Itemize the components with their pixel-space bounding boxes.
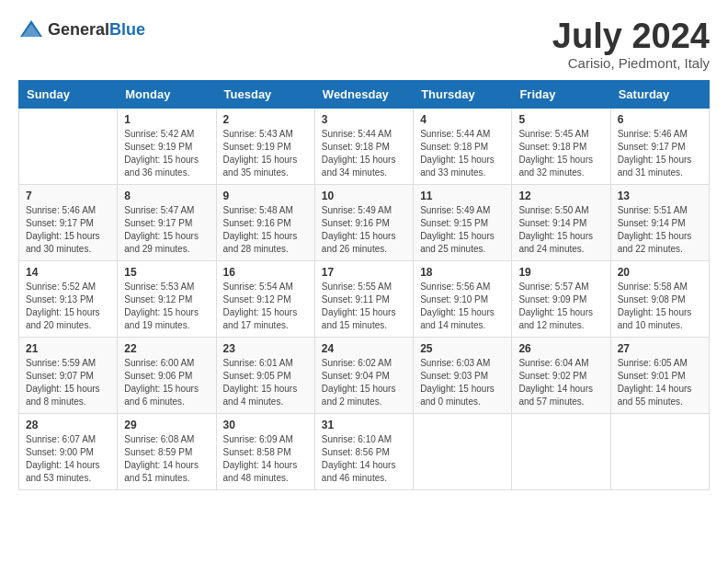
day-info: Sunrise: 6:04 AMSunset: 9:02 PMDaylight:… (518, 357, 603, 408)
day-number: 5 (518, 113, 603, 126)
day-number: 6 (618, 113, 702, 126)
calendar-cell: 10Sunrise: 5:49 AMSunset: 9:16 PMDayligh… (314, 185, 413, 261)
column-header-monday: Monday (118, 81, 216, 109)
header-row: SundayMondayTuesdayWednesdayThursdayFrid… (19, 81, 710, 109)
column-header-saturday: Saturday (610, 81, 709, 109)
calendar-cell: 9Sunrise: 5:48 AMSunset: 9:16 PMDaylight… (216, 185, 314, 261)
location-subtitle: Carisio, Piedmont, Italy (552, 55, 710, 71)
day-info: Sunrise: 5:59 AMSunset: 9:07 PMDaylight:… (26, 357, 110, 408)
day-info: Sunrise: 5:47 AMSunset: 9:17 PMDaylight:… (124, 204, 209, 256)
day-number: 8 (124, 190, 209, 202)
calendar-cell: 19Sunrise: 5:57 AMSunset: 9:09 PMDayligh… (512, 261, 610, 338)
day-info: Sunrise: 5:44 AMSunset: 9:18 PMDaylight:… (322, 128, 406, 179)
day-info: Sunrise: 5:48 AMSunset: 9:16 PMDaylight:… (223, 204, 308, 256)
day-number: 3 (322, 113, 406, 126)
day-info: Sunrise: 5:53 AMSunset: 9:12 PMDaylight:… (124, 281, 209, 332)
day-number: 26 (518, 342, 603, 355)
week-row-5: 28Sunrise: 6:07 AMSunset: 9:00 PMDayligh… (19, 414, 710, 490)
calendar-cell: 31Sunrise: 6:10 AMSunset: 8:56 PMDayligh… (314, 414, 413, 490)
column-header-tuesday: Tuesday (216, 81, 314, 109)
day-number: 31 (322, 419, 406, 431)
logo: GeneralBlue (18, 18, 145, 40)
day-number: 21 (26, 342, 110, 355)
calendar-cell (414, 414, 512, 490)
logo-text-general: General (48, 20, 109, 39)
day-number: 22 (124, 342, 209, 355)
calendar-cell: 22Sunrise: 6:00 AMSunset: 9:06 PMDayligh… (118, 338, 216, 414)
day-number: 10 (322, 190, 406, 202)
week-row-4: 21Sunrise: 5:59 AMSunset: 9:07 PMDayligh… (19, 338, 710, 414)
calendar-cell: 29Sunrise: 6:08 AMSunset: 8:59 PMDayligh… (118, 414, 216, 490)
day-number: 24 (322, 342, 406, 355)
calendar-cell: 7Sunrise: 5:46 AMSunset: 9:17 PMDaylight… (19, 185, 118, 261)
week-row-1: 1Sunrise: 5:42 AMSunset: 9:19 PMDaylight… (19, 109, 710, 185)
calendar-cell (512, 414, 610, 490)
day-number: 11 (420, 190, 505, 202)
calendar-cell: 13Sunrise: 5:51 AMSunset: 9:14 PMDayligh… (610, 185, 709, 261)
day-info: Sunrise: 5:50 AMSunset: 9:14 PMDaylight:… (518, 204, 603, 256)
day-info: Sunrise: 5:58 AMSunset: 9:08 PMDaylight:… (618, 281, 702, 332)
calendar-cell: 26Sunrise: 6:04 AMSunset: 9:02 PMDayligh… (512, 338, 610, 414)
calendar-cell: 25Sunrise: 6:03 AMSunset: 9:03 PMDayligh… (414, 338, 512, 414)
day-number: 19 (518, 266, 603, 279)
day-number: 18 (420, 266, 505, 279)
day-number: 7 (26, 190, 110, 202)
day-info: Sunrise: 5:54 AMSunset: 9:12 PMDaylight:… (223, 281, 308, 332)
calendar-cell: 11Sunrise: 5:49 AMSunset: 9:15 PMDayligh… (414, 185, 512, 261)
day-number: 16 (223, 266, 308, 279)
calendar-cell: 4Sunrise: 5:44 AMSunset: 9:18 PMDaylight… (414, 109, 512, 185)
day-number: 28 (26, 419, 110, 431)
calendar-cell: 17Sunrise: 5:55 AMSunset: 9:11 PMDayligh… (314, 261, 413, 338)
day-number: 9 (223, 190, 308, 202)
day-info: Sunrise: 5:56 AMSunset: 9:10 PMDaylight:… (420, 281, 505, 332)
day-number: 30 (223, 419, 308, 431)
day-info: Sunrise: 6:09 AMSunset: 8:58 PMDaylight:… (223, 433, 308, 485)
logo-icon (18, 18, 44, 40)
day-info: Sunrise: 6:01 AMSunset: 9:05 PMDaylight:… (223, 357, 308, 408)
day-info: Sunrise: 5:43 AMSunset: 9:19 PMDaylight:… (223, 128, 308, 179)
day-number: 23 (223, 342, 308, 355)
month-title: July 2024 (552, 18, 710, 53)
day-info: Sunrise: 5:45 AMSunset: 9:18 PMDaylight:… (518, 128, 603, 179)
calendar-cell: 30Sunrise: 6:09 AMSunset: 8:58 PMDayligh… (216, 414, 314, 490)
calendar-cell: 14Sunrise: 5:52 AMSunset: 9:13 PMDayligh… (19, 261, 118, 338)
day-number: 15 (124, 266, 209, 279)
day-number: 25 (420, 342, 505, 355)
day-info: Sunrise: 6:02 AMSunset: 9:04 PMDaylight:… (322, 357, 406, 408)
column-header-thursday: Thursday (414, 81, 512, 109)
day-info: Sunrise: 5:57 AMSunset: 9:09 PMDaylight:… (518, 281, 603, 332)
day-number: 1 (124, 113, 209, 126)
calendar-cell: 8Sunrise: 5:47 AMSunset: 9:17 PMDaylight… (118, 185, 216, 261)
calendar-cell: 24Sunrise: 6:02 AMSunset: 9:04 PMDayligh… (314, 338, 413, 414)
day-number: 27 (618, 342, 702, 355)
calendar-cell: 3Sunrise: 5:44 AMSunset: 9:18 PMDaylight… (314, 109, 413, 185)
calendar-cell: 16Sunrise: 5:54 AMSunset: 9:12 PMDayligh… (216, 261, 314, 338)
logo-text-blue: Blue (109, 20, 145, 39)
day-info: Sunrise: 6:03 AMSunset: 9:03 PMDaylight:… (420, 357, 505, 408)
calendar-cell: 18Sunrise: 5:56 AMSunset: 9:10 PMDayligh… (414, 261, 512, 338)
day-number: 20 (618, 266, 702, 279)
calendar-cell: 27Sunrise: 6:05 AMSunset: 9:01 PMDayligh… (610, 338, 709, 414)
day-info: Sunrise: 5:49 AMSunset: 9:15 PMDaylight:… (420, 204, 505, 256)
day-info: Sunrise: 6:00 AMSunset: 9:06 PMDaylight:… (124, 357, 209, 408)
day-number: 14 (26, 266, 110, 279)
day-info: Sunrise: 5:52 AMSunset: 9:13 PMDaylight:… (26, 281, 110, 332)
calendar-cell: 5Sunrise: 5:45 AMSunset: 9:18 PMDaylight… (512, 109, 610, 185)
week-row-3: 14Sunrise: 5:52 AMSunset: 9:13 PMDayligh… (19, 261, 710, 338)
calendar-table: SundayMondayTuesdayWednesdayThursdayFrid… (18, 80, 710, 490)
day-number: 13 (618, 190, 702, 202)
column-header-friday: Friday (512, 81, 610, 109)
day-info: Sunrise: 6:05 AMSunset: 9:01 PMDaylight:… (618, 357, 702, 408)
day-info: Sunrise: 5:51 AMSunset: 9:14 PMDaylight:… (618, 204, 702, 256)
day-number: 2 (223, 113, 308, 126)
day-info: Sunrise: 5:46 AMSunset: 9:17 PMDaylight:… (618, 128, 702, 179)
column-header-wednesday: Wednesday (314, 81, 413, 109)
calendar-cell: 20Sunrise: 5:58 AMSunset: 9:08 PMDayligh… (610, 261, 709, 338)
day-info: Sunrise: 5:42 AMSunset: 9:19 PMDaylight:… (124, 128, 209, 179)
day-info: Sunrise: 5:55 AMSunset: 9:11 PMDaylight:… (322, 281, 406, 332)
calendar-cell (19, 109, 118, 185)
calendar-cell: 1Sunrise: 5:42 AMSunset: 9:19 PMDaylight… (118, 109, 216, 185)
day-info: Sunrise: 6:08 AMSunset: 8:59 PMDaylight:… (124, 433, 209, 485)
calendar-cell: 6Sunrise: 5:46 AMSunset: 9:17 PMDaylight… (610, 109, 709, 185)
calendar-cell: 15Sunrise: 5:53 AMSunset: 9:12 PMDayligh… (118, 261, 216, 338)
